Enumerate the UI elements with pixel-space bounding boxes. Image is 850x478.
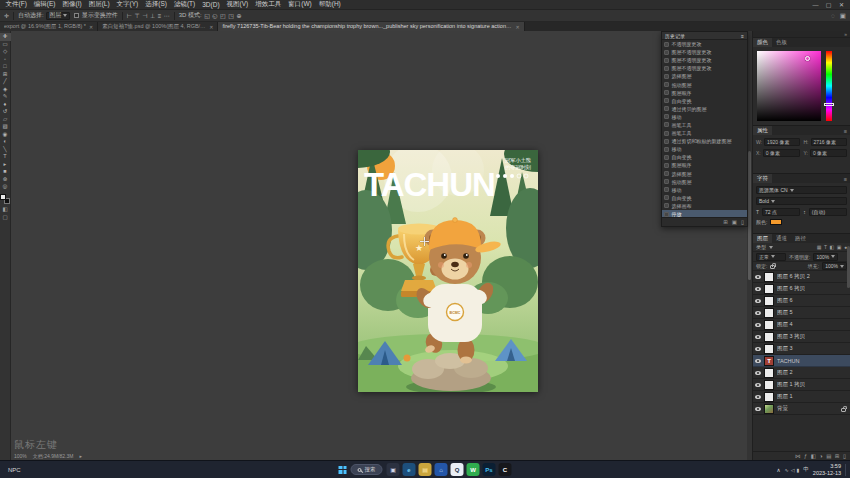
- menu-item[interactable]: 视图(V): [223, 0, 252, 9]
- fill-field[interactable]: 100%: [822, 262, 847, 270]
- brush-tool[interactable]: ✎: [0, 93, 11, 101]
- new-layer-icon[interactable]: ⊞: [835, 453, 840, 459]
- layer-thumbnail[interactable]: [764, 404, 774, 414]
- history-step[interactable]: 拖动图层: [662, 178, 747, 186]
- layer-mask-icon[interactable]: ◧: [811, 453, 816, 459]
- tab-close-icon[interactable]: ✕: [515, 24, 519, 30]
- menu-item[interactable]: 编辑(E): [30, 0, 59, 9]
- type-tool[interactable]: T: [0, 153, 11, 161]
- history-step[interactable]: 选择图层: [662, 72, 747, 80]
- tab-close-icon[interactable]: ✕: [89, 24, 93, 30]
- delete-state-icon[interactable]: ▯: [741, 219, 744, 225]
- layer-row[interactable]: 图层 4: [753, 319, 850, 331]
- history-step[interactable]: 图层不透明度更改: [662, 64, 747, 72]
- menu-item[interactable]: 窗口(W): [285, 0, 315, 9]
- panel-tab[interactable]: 色板: [772, 38, 791, 47]
- menu-item[interactable]: 增效工具: [252, 0, 285, 9]
- crop-tool[interactable]: □: [0, 63, 11, 71]
- edge-browser[interactable]: e: [403, 463, 416, 476]
- panel-tab[interactable]: 字符: [753, 174, 772, 183]
- photoshop[interactable]: Ps: [483, 463, 496, 476]
- font-style-dropdown[interactable]: Bold: [756, 197, 847, 205]
- history-step[interactable]: 图层不透明度更改: [662, 56, 747, 64]
- font-size-field[interactable]: 72 点: [762, 208, 800, 216]
- layer-name[interactable]: 背景: [777, 405, 788, 412]
- layer-thumbnail[interactable]: [764, 320, 774, 330]
- menu-item[interactable]: 滤镜(T): [170, 0, 198, 9]
- layer-row[interactable]: 图层 1: [753, 391, 850, 403]
- status-arrow-icon[interactable]: ▸: [79, 453, 82, 459]
- shape-tool[interactable]: ■: [0, 168, 11, 176]
- more-align-options-icon[interactable]: ⋯: [164, 12, 170, 19]
- panel-tab[interactable]: 通道: [772, 234, 791, 243]
- document-tab[interactable]: firefly 7126735-Tib-Bear holding the cha…: [218, 22, 524, 31]
- layer-visibility-eye-icon[interactable]: [755, 311, 761, 315]
- menu-item[interactable]: 帮助(H): [315, 0, 344, 9]
- menu-item[interactable]: 选择(S): [142, 0, 171, 9]
- clone-stamp-tool[interactable]: ♦: [0, 101, 11, 109]
- battery-icon[interactable]: ▮: [797, 467, 800, 473]
- 3d-rotate-icon[interactable]: ◱: [204, 12, 210, 19]
- history-step[interactable]: 移动: [662, 186, 747, 194]
- layer-thumbnail[interactable]: [764, 380, 774, 390]
- zoom-level[interactable]: 100%: [14, 453, 27, 459]
- quick-selection-tool[interactable]: ◦: [0, 56, 11, 64]
- close-button[interactable]: ✕: [835, 1, 848, 8]
- layer-thumbnail[interactable]: [764, 308, 774, 318]
- filter-shape-layers-icon[interactable]: ◧: [830, 244, 835, 250]
- history-step[interactable]: 不透明度更改: [662, 40, 747, 48]
- taskbar-widget[interactable]: NPC: [8, 461, 21, 478]
- link-layers-icon[interactable]: ⋈: [795, 453, 801, 459]
- filter-pixel-layers-icon[interactable]: ▦: [817, 244, 822, 250]
- panel-menu-icon[interactable]: ≡: [741, 33, 744, 39]
- show-desktop-button[interactable]: [845, 464, 847, 476]
- history-step[interactable]: 通过剪切和粘贴的新建图层: [662, 137, 747, 145]
- history-step[interactable]: 自由变换: [662, 97, 747, 105]
- menu-item[interactable]: 图像(I): [59, 0, 85, 9]
- font-family-dropdown[interactable]: 思源黑体 CN: [756, 186, 847, 194]
- history-step[interactable]: 移动: [662, 113, 747, 121]
- layer-row[interactable]: 图层 2: [753, 367, 850, 379]
- layer-visibility-eye-icon[interactable]: [755, 287, 761, 291]
- history-step[interactable]: 图层顺序: [662, 89, 747, 97]
- gradient-tool[interactable]: ▨: [0, 123, 11, 131]
- canvas-area[interactable]: ★ BCMC: [11, 31, 752, 460]
- color-picker-cursor[interactable]: [805, 56, 810, 61]
- eraser-tool[interactable]: ▱: [0, 116, 11, 124]
- scrollbar-handle[interactable]: [748, 151, 751, 280]
- history-step[interactable]: 选择图层: [662, 170, 747, 178]
- layer-thumbnail[interactable]: [764, 392, 774, 402]
- panel-tab[interactable]: 属性: [753, 126, 772, 135]
- menu-item[interactable]: 3D(D): [199, 1, 223, 8]
- marquee-tool[interactable]: ▭: [0, 41, 11, 49]
- auto-select-dropdown[interactable]: 图层: [46, 12, 70, 20]
- history-step[interactable]: 图层不透明度更改: [662, 48, 747, 56]
- start-button[interactable]: [339, 466, 347, 474]
- document-tab[interactable]: 素白短袖T恤.psd @ 100%(图层 4, RGB/8#) * ✕: [98, 22, 218, 31]
- move-tool[interactable]: ✛: [0, 33, 11, 41]
- tray-chevron-icon[interactable]: ∧: [777, 467, 781, 473]
- layer-visibility-eye-icon[interactable]: [755, 383, 761, 387]
- search-icon[interactable]: ◌: [831, 12, 835, 20]
- current-tool-icon[interactable]: ✛: [4, 12, 9, 19]
- layer-name[interactable]: 图层 6 拷贝 2: [777, 273, 810, 280]
- history-brush-tool[interactable]: ↺: [0, 108, 11, 116]
- layer-row[interactable]: 图层 6: [753, 295, 850, 307]
- panel-tab[interactable]: 颜色: [753, 38, 772, 47]
- layer-row[interactable]: 图层 3 拷贝: [753, 331, 850, 343]
- layer-visibility-eye-icon[interactable]: [755, 323, 761, 327]
- history-step[interactable]: 图层顺序: [662, 161, 747, 169]
- text-color-swatch[interactable]: [770, 219, 782, 225]
- layer-thumbnail[interactable]: [764, 332, 774, 342]
- field-value[interactable]: 1920 像素: [764, 138, 799, 146]
- layer-thumbnail[interactable]: [764, 296, 774, 306]
- layer-visibility-eye-icon[interactable]: [755, 335, 761, 339]
- layer-visibility-eye-icon[interactable]: [755, 407, 761, 411]
- layer-group-icon[interactable]: ▤: [826, 453, 831, 459]
- layer-row[interactable]: 图层 6 拷贝: [753, 283, 850, 295]
- layer-row[interactable]: 图层 3: [753, 343, 850, 355]
- 3d-drag-icon[interactable]: ◰: [220, 12, 226, 19]
- minimize-button[interactable]: —: [809, 2, 822, 8]
- history-step[interactable]: 画笔工具: [662, 121, 747, 129]
- path-selection-tool[interactable]: ▸: [0, 161, 11, 169]
